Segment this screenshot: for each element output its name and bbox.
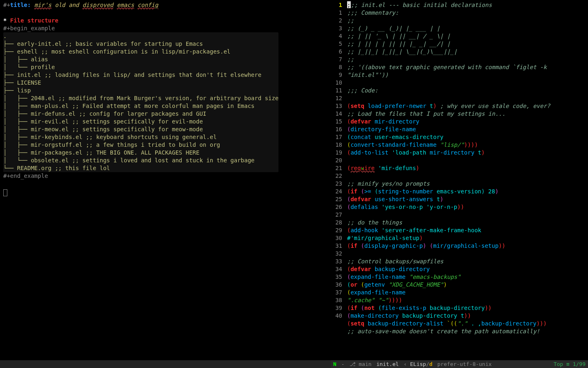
right-modeline: N - ⎇ main init.el ‹ ELisp/d prefer-utf-… <box>331 360 588 368</box>
git-gutter-mark: ▸ <box>361 164 364 172</box>
code-area[interactable]: ;;; init.el --- basic initial declaratio… <box>347 0 588 335</box>
buffer-encoding: prefer-utf-8-unix <box>435 360 494 368</box>
major-mode[interactable]: ELisp <box>410 361 426 367</box>
right-window-init-el[interactable]: 1123456789101112131415161718192021222324… <box>331 0 588 368</box>
left-window-org-readme[interactable]: #+title: mir's old and disproved emacs c… <box>0 0 331 368</box>
buffer-position: Top ≡ 1/99 <box>551 360 588 368</box>
emacs-frame: #+title: mir's old and disproved emacs c… <box>0 0 588 368</box>
line-number-gutter: 1123456789101112131415161718192021222324… <box>331 0 345 320</box>
git-branch-name: main <box>359 361 371 367</box>
left-cursor <box>3 189 7 196</box>
left-modeline <box>0 360 331 368</box>
end-example: #+end_example <box>3 172 327 180</box>
org-heading: * File structure <box>3 17 327 25</box>
org-title-line: #+title: mir's old and disproved emacs c… <box>3 1 327 9</box>
example-block: . ├── early-init.el ;; basic variables f… <box>3 32 278 172</box>
buffer-name[interactable]: init.el <box>374 360 401 368</box>
right-cursor: ; <box>347 1 351 8</box>
begin-example: #+begin_example <box>3 25 327 32</box>
evil-state-indicator: N <box>331 360 339 368</box>
modeline-dash: - <box>339 360 347 368</box>
git-branch-icon: ⎇ <box>350 361 356 367</box>
